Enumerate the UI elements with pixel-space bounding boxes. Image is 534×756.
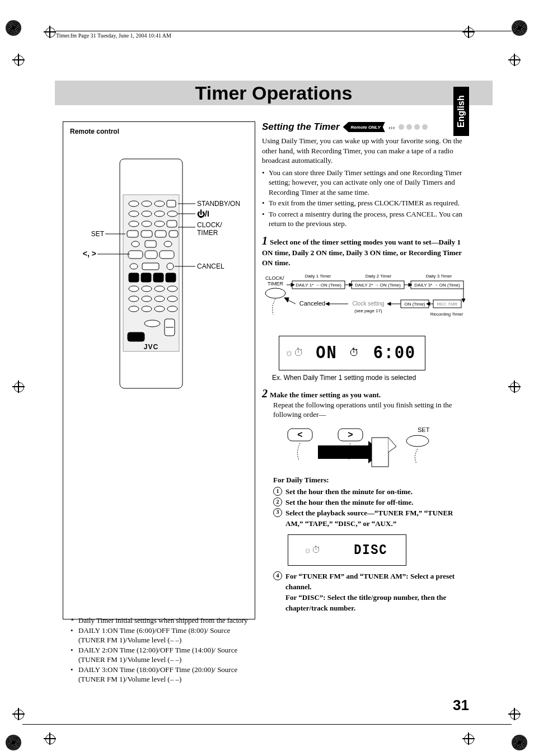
num-step: Select the playback source—“TUNER FM,” “…	[285, 508, 468, 529]
lcd-on-text: ON	[316, 342, 337, 364]
remote-only-badge: Remote ONLY	[343, 122, 385, 132]
svg-point-35	[129, 296, 139, 302]
section-heading-row: Setting the Timer Remote ONLY ›››	[262, 121, 468, 133]
factory-item: DAILY 2:ON Time (12:00)/OFF Time (14:00)…	[78, 645, 250, 665]
svg-point-11	[142, 221, 152, 227]
timer-mode-diagram: CLOCK/ TIMER Daily 1 Timer Daily 2 Timer…	[262, 272, 468, 370]
svg-text:>: >	[348, 430, 353, 439]
svg-text:Daily 2 Timer: Daily 2 Timer	[366, 274, 392, 279]
svg-point-20	[164, 241, 172, 247]
svg-text:Canceled: Canceled	[299, 300, 325, 307]
svg-text:DAILY 1* → ON (Time): DAILY 1* → ON (Time)	[296, 283, 341, 288]
section-heading: Setting the Timer	[262, 121, 340, 133]
registration-mark-icon	[508, 54, 521, 66]
page-number: 31	[453, 697, 469, 714]
svg-text:DAILY 3* → ON (Time): DAILY 3* → ON (Time)	[414, 283, 460, 288]
ir-icon: ›››	[388, 123, 395, 132]
svg-text:Clock setting: Clock setting	[352, 300, 384, 307]
page: Timer.fm Page 31 Tuesday, June 1, 2004 1…	[0, 0, 534, 756]
factory-item: DAILY 3:ON Time (18:00)/OFF Time (20:00)…	[78, 665, 250, 684]
svg-rect-27	[129, 273, 139, 282]
remote-control-box: Remote control	[63, 121, 255, 619]
intro-paragraph: Using Daily Timer, you can wake up with …	[262, 136, 468, 166]
svg-rect-23	[160, 251, 174, 259]
step-circle-icon: 2	[273, 497, 282, 506]
set-buttons-diagram: < > SET	[279, 424, 468, 471]
svg-point-9	[167, 211, 177, 217]
svg-point-40	[142, 306, 152, 312]
svg-rect-5	[167, 200, 176, 207]
svg-text:Recording Timer: Recording Timer	[430, 312, 463, 317]
lcd-disc-text: DISC	[354, 542, 388, 558]
svg-text:<: <	[297, 430, 302, 439]
svg-point-37	[154, 296, 165, 302]
page-title: Timer Operations	[195, 82, 353, 104]
svg-marker-87	[462, 299, 465, 302]
crop-target-icon	[6, 20, 22, 37]
right-column: Setting the Timer Remote ONLY ››› Using …	[262, 121, 468, 614]
svg-rect-21	[128, 251, 143, 259]
svg-rect-16	[155, 231, 166, 237]
svg-text:DAILY 2* → ON (Time): DAILY 2* → ON (Time)	[355, 283, 401, 288]
registration-mark-icon	[462, 26, 475, 38]
step2-text: Make the timer setting as you want.	[270, 391, 381, 399]
svg-point-32	[142, 286, 152, 292]
num-step: Set the hour then the minute for off-tim…	[285, 497, 468, 508]
svg-marker-91	[387, 302, 391, 306]
svg-text:SET: SET	[91, 230, 105, 238]
svg-text:Daily 1 Timer: Daily 1 Timer	[305, 274, 331, 279]
svg-point-33	[154, 286, 165, 292]
remote-box-title: Remote control	[70, 128, 249, 135]
svg-text:<, >: <, >	[83, 249, 96, 258]
svg-rect-17	[169, 231, 178, 237]
badge-label: Remote ONLY	[351, 125, 381, 130]
svg-point-26	[167, 263, 174, 270]
svg-marker-101	[372, 438, 388, 467]
standby-label: STANDBY/ON	[197, 200, 240, 208]
registration-mark-icon	[44, 26, 56, 38]
svg-point-43	[144, 320, 160, 327]
registration-mark-icon	[12, 54, 25, 66]
svg-point-6	[129, 211, 139, 217]
svg-marker-93	[326, 302, 329, 306]
clock-icon: ⏱	[349, 347, 359, 359]
num-step-4: For “TUNER FM” and “TUNER AM”: Select a …	[285, 571, 468, 613]
svg-text:(see page 17): (see page 17)	[354, 308, 382, 313]
step2-sub: Repeat the following operations until yo…	[273, 400, 468, 420]
lcd-display: ☼⏱ ON ⏱ 6:00	[279, 336, 425, 370]
step-number: 1	[262, 234, 268, 247]
svg-point-3	[142, 201, 152, 206]
clock-icon: ☼⏱	[303, 545, 321, 555]
svg-text:ON (Time): ON (Time)	[404, 302, 425, 307]
svg-rect-15	[141, 231, 152, 237]
clock-icon: ☼⏱	[284, 347, 304, 359]
svg-rect-19	[145, 241, 156, 247]
registration-mark-icon	[44, 732, 56, 745]
svg-rect-28	[141, 273, 151, 282]
svg-point-31	[129, 286, 139, 292]
decorative-dots	[399, 124, 428, 130]
registration-mark-icon	[508, 381, 521, 393]
svg-text:Daily 3 Timer: Daily 3 Timer	[426, 274, 452, 279]
svg-text:JVC: JVC	[144, 343, 158, 351]
step1-text: Select one of the timer setting modes yo…	[262, 238, 462, 267]
header-crop-info: Timer.fm Page 31 Tuesday, June 1, 2004 1…	[56, 32, 171, 39]
factory-defaults: *Daily Timer initial settings when shipp…	[71, 616, 250, 684]
svg-text:TIMER: TIMER	[197, 229, 218, 237]
svg-text:⏻/I: ⏻/I	[197, 209, 209, 218]
lcd-time: 6:00	[373, 342, 416, 364]
svg-text:REC TMR: REC TMR	[437, 302, 458, 307]
header-rule	[56, 31, 512, 31]
footer-rule	[22, 724, 512, 725]
registration-mark-icon	[462, 732, 475, 745]
bullet: To correct a misentry during the process…	[269, 209, 468, 229]
svg-rect-46	[128, 332, 144, 341]
svg-rect-25	[142, 263, 159, 270]
svg-point-18	[132, 241, 139, 247]
svg-point-42	[167, 306, 177, 312]
svg-marker-95	[284, 298, 289, 302]
svg-text:CANCEL: CANCEL	[197, 262, 224, 270]
svg-point-38	[167, 296, 177, 302]
bullet: You can store three Daily Timer settings…	[269, 168, 468, 198]
svg-point-4	[154, 201, 165, 206]
